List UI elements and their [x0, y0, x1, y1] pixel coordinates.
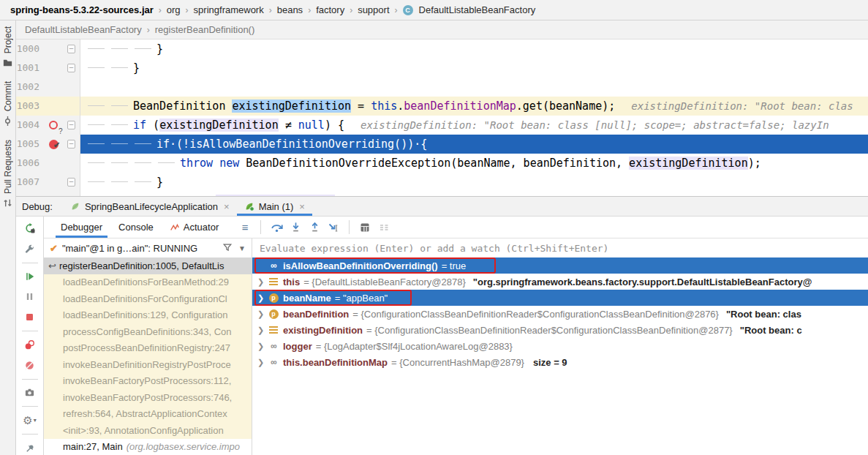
fold-marker-icon[interactable]: – [67, 45, 75, 53]
mute-breakpoints-icon[interactable] [20, 358, 39, 372]
editor-breadcrumb-item[interactable]: registerBeanDefinition() [154, 24, 257, 35]
fold-gutter: – [64, 173, 80, 192]
fold-marker-icon[interactable]: – [67, 178, 75, 187]
variable-row[interactable]: ❯pbeanDefinition= {ConfigurationClassBea… [252, 306, 868, 322]
inline-debugger-hint: existingDefinition: "Root bean: clas [631, 100, 853, 112]
code-text[interactable]: if·(!isAllowBeanDefinitionOverriding())·… [80, 135, 868, 154]
stack-frame[interactable]: main:27, Main(org.logbasex.service.impo [44, 439, 252, 455]
stack-frame[interactable]: processConfigBeanDefinitions:343, Con [44, 323, 252, 340]
stack-frame[interactable]: <init>:93, AnnotationConfigApplication [44, 422, 252, 439]
code-text[interactable]: BeanDefinition existingDefinition = this… [80, 97, 868, 116]
thread-dump-camera-icon[interactable] [20, 386, 39, 400]
pin-icon[interactable] [20, 441, 39, 455]
tab-console[interactable]: Console [110, 217, 162, 238]
breadcrumb-item[interactable]: org [165, 4, 182, 15]
restore-layout-icon[interactable] [374, 219, 393, 236]
code-text[interactable]: } [80, 40, 868, 59]
stack-frame[interactable]: loadBeanDefinitionsForBeanMethod:29 [44, 274, 252, 291]
expand-chevron-icon[interactable]: ❯ [257, 326, 264, 335]
expand-chevron-icon[interactable]: ❯ [257, 342, 264, 351]
tab-whitespace [133, 45, 156, 53]
stack-frame[interactable]: ↩registerBeanDefinition:1005, DefaultLis [44, 257, 252, 274]
sidebar-item-commit[interactable]: Commit [2, 81, 13, 126]
stack-frame[interactable]: invokeBeanFactoryPostProcessors:112, [44, 373, 252, 390]
fold-marker-icon[interactable]: – [67, 121, 75, 129]
variable-row[interactable]: ❯pbeanName= "appBean" [252, 290, 868, 306]
tab-debugger[interactable]: Debugger [53, 217, 110, 238]
debug-tab-main-1-[interactable]: Main (1)× [237, 197, 312, 216]
variable-row[interactable]: ∞isAllowBeanDefinitionOverriding()= true [252, 257, 868, 274]
thread-selector[interactable]: ✔ "main"@1 in g…ain": RUNNING ▼ [44, 238, 252, 257]
breakpoint-check-icon[interactable]: ✔ [45, 135, 64, 154]
pause-icon[interactable] [20, 290, 39, 304]
close-icon[interactable]: × [224, 201, 230, 212]
expand-chevron-icon[interactable]: ❯ [257, 309, 264, 319]
watch-icon: ∞ [268, 341, 279, 351]
step-out-icon[interactable] [305, 219, 324, 236]
chevron-down-icon[interactable]: ▼ [238, 244, 246, 252]
variable-row[interactable]: ❯∞logger= {LogAdapter$Slf4jLocationAware… [252, 338, 868, 354]
code-editor[interactable]: 1000–}1001–}10021003BeanDefinition exist… [16, 40, 868, 196]
variable-name: this.beanDefinitionMap [283, 357, 388, 368]
tab-whitespace [110, 159, 133, 167]
evaluate-expression-icon[interactable] [355, 219, 374, 236]
breadcrumb-item[interactable]: factory [314, 4, 346, 15]
toolbar-separator [22, 331, 38, 331]
run-to-cursor-icon[interactable] [324, 219, 343, 236]
code-token: null [298, 119, 325, 132]
stack-frame[interactable]: invokeBeanFactoryPostProcessors:746, [44, 389, 252, 406]
editor-breadcrumb-item[interactable]: DefaultListableBeanFactory [23, 24, 143, 35]
code-token: beanDefinitionMap [404, 99, 516, 113]
expand-chevron-icon[interactable]: ❯ [257, 277, 264, 287]
expand-chevron-icon[interactable]: ❯ [257, 293, 264, 303]
current-frame-icon: ↩ [48, 260, 56, 271]
sidebar-item-pull-requests[interactable]: Pull Requests [2, 140, 13, 208]
view-breakpoints-icon[interactable] [20, 338, 39, 352]
variable-row[interactable]: ❯∞this.beanDefinitionMap= {ConcurrentHas… [252, 354, 868, 370]
code-text[interactable] [80, 78, 868, 97]
highlighted-identifier: existingDefinition [159, 119, 279, 132]
variable-string-value: "Root bean: c [740, 325, 802, 336]
stack-frame[interactable]: loadBeanDefinitionsForConfigurationCl [44, 290, 252, 307]
code-text[interactable]: } [80, 59, 868, 78]
stack-frame[interactable]: postProcessBeanDefinitionRegistry:247 [44, 340, 252, 357]
variable-name: logger [283, 341, 312, 352]
breadcrumb-bar: spring-beans-5.3.22-sources.jar›org›spri… [0, 0, 868, 20]
fold-marker-icon[interactable]: – [67, 64, 75, 72]
breadcrumb-item[interactable]: spring-beans-5.3.22-sources.jar [9, 4, 155, 15]
resume-icon[interactable] [20, 270, 39, 284]
filter-funnel-icon[interactable] [222, 242, 233, 255]
debug-tab-springbeanlifecycleapplication[interactable]: SpringBeanLifecycleApplication× [63, 197, 237, 216]
breadcrumb-item[interactable]: beans [276, 4, 304, 15]
tab-whitespace [110, 121, 133, 129]
close-icon[interactable]: × [299, 201, 305, 212]
stop-icon[interactable] [20, 310, 39, 324]
breadcrumb-item[interactable]: support [356, 4, 390, 15]
stack-frame[interactable]: invokeBeanDefinitionRegistryPostProce [44, 356, 252, 373]
settings-gear-icon[interactable]: ⚙▾ [20, 413, 39, 427]
code-text[interactable]: if (existingDefinition ≠ null) {existing… [80, 116, 868, 135]
code-text[interactable]: } [80, 173, 868, 192]
code-token: throw new [180, 157, 246, 170]
fold-marker-icon[interactable]: – [67, 140, 75, 148]
step-over-icon[interactable] [267, 219, 286, 236]
commit-icon [2, 116, 13, 127]
evaluate-expression-input[interactable]: Evaluate expression (Enter) or add a wat… [252, 238, 868, 257]
breadcrumb-item[interactable]: springframework [192, 4, 265, 15]
wrench-icon[interactable] [20, 242, 39, 256]
stack-frame[interactable]: refresh:564, AbstractApplicationContex [44, 406, 252, 423]
step-into-icon[interactable] [286, 219, 305, 236]
breadcrumb-item[interactable]: DefaultListableBeanFactory [418, 4, 537, 15]
code-text[interactable]: throw new BeanDefinitionOverrideExceptio… [80, 154, 868, 173]
breakpoint-question-icon[interactable]: ? [45, 116, 64, 135]
expand-chevron-icon[interactable]: ❯ [257, 358, 264, 367]
wrench-icon [24, 244, 35, 255]
variable-row[interactable]: ❯existingDefinition= {ConfigurationClass… [252, 322, 868, 338]
variable-row[interactable]: ❯this= {DefaultListableBeanFactory@2878}… [252, 274, 868, 290]
tab-whitespace [133, 159, 156, 167]
tab-actuator[interactable]: Actuator [162, 217, 227, 238]
sidebar-item-project[interactable]: Project [2, 26, 13, 68]
stack-frame[interactable]: loadBeanDefinitions:129, Configuration [44, 307, 252, 324]
rerun-icon[interactable] [20, 222, 39, 236]
layout-menu-icon[interactable]: ≡ [235, 219, 254, 236]
